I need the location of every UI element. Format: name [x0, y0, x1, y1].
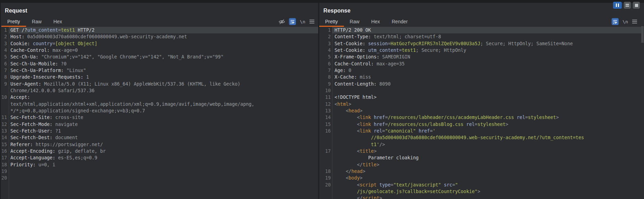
word-wrap-icon[interactable]: [289, 18, 296, 25]
menu-icon[interactable]: [632, 19, 637, 24]
line-number: 13: [1, 128, 7, 134]
code-row[interactable]: 13Sec-Fetch-User: ?1: [1, 128, 318, 134]
response-panel: Response Pretty Raw Hex Render \n: [319, 3, 644, 199]
response-tab-hex[interactable]: Hex: [365, 17, 386, 27]
code-row[interactable]: 17 <title>: [319, 148, 644, 154]
code-row[interactable]: 20 <script type="text/javascript" src=": [319, 182, 644, 188]
burp-repeater-view: Request Pretty Raw Hex: [0, 0, 644, 199]
code-row[interactable]: 7Sec-Ch-Ua-Platform: "Linux": [1, 67, 318, 74]
code-text: Sec-Fetch-User: ?1: [10, 128, 61, 134]
line-number: 20: [1, 175, 7, 181]
code-row[interactable]: 6Sec-Ch-Ua-Mobile: ?0: [1, 61, 318, 67]
code-text: X-Frame-Options: SAMEORIGIN: [335, 54, 410, 60]
layout-single-button[interactable]: [633, 2, 640, 9]
line-number: 11: [1, 114, 7, 121]
code-row[interactable]: Chrome/142.0.0.0 Safari/537.36: [1, 87, 318, 94]
code-text: Content-Type: text/html; charset=utf-8: [335, 33, 441, 40]
response-editor[interactable]: 1HTTP/2 200 OK2Content-Type: text/html; …: [319, 27, 644, 199]
code-row[interactable]: 10: [319, 87, 644, 94]
line-number: 19: [1, 168, 7, 175]
code-row[interactable]: 12Sec-Fetch-Mode: navigate: [1, 121, 318, 128]
code-row[interactable]: /js/geolocate.js?callback=setCountryCook…: [319, 188, 644, 195]
code-row[interactable]: 5X-Frame-Options: SAMEORIGIN: [319, 54, 644, 60]
code-row[interactable]: 1GET /?utm_content=test1 HTTP/2: [1, 27, 318, 33]
code-row[interactable]: 9User-Agent: Mozilla/5.0 (X11; Linux x86…: [1, 81, 318, 87]
request-toolbar: \n: [279, 17, 315, 26]
code-row[interactable]: 9Content-Length: 8090: [319, 81, 644, 87]
request-tab-pretty[interactable]: Pretty: [1, 17, 26, 27]
code-row[interactable]: 6Cache-Control: max-age=35: [319, 61, 644, 67]
request-editor[interactable]: 1GET /?utm_content=test1 HTTP/22Host: 0a…: [1, 27, 318, 199]
code-row[interactable]: 3Cookie: country=[object Object]: [1, 40, 318, 47]
code-row[interactable]: 14Sec-Fetch-Dest: document: [1, 134, 318, 141]
code-row[interactable]: </title>: [319, 161, 644, 168]
request-panel: Request Pretty Raw Hex: [1, 3, 318, 199]
code-row[interactable]: 16 <link rel="canonical" href=': [319, 128, 644, 134]
code-row[interactable]: 10Accept:: [1, 94, 318, 101]
code-row[interactable]: 18 </head>: [319, 168, 644, 175]
code-row[interactable]: 19 <body>: [319, 175, 644, 181]
code-row[interactable]: 7Age: 0: [319, 67, 644, 74]
code-row[interactable]: Parameter cloaking: [319, 154, 644, 161]
line-number: 7: [319, 67, 331, 74]
code-row[interactable]: text/html,application/xhtml+xml,applicat…: [1, 101, 318, 108]
code-row[interactable]: 14 <link href=/resources/labheader/css/a…: [319, 114, 644, 121]
code-row[interactable]: 19: [1, 168, 318, 175]
code-row[interactable]: 15 <link href=/resources/css/labsBlog.cs…: [319, 121, 644, 128]
code-row[interactable]: 4Cache-Control: max-age=0: [1, 47, 318, 54]
line-number: 9: [319, 81, 331, 87]
newline-icon[interactable]: \n: [300, 19, 305, 24]
response-scrollbar[interactable]: [641, 26, 644, 43]
response-tabbar: Pretty Raw Hex Render: [319, 17, 413, 27]
word-wrap-icon[interactable]: [612, 18, 619, 25]
code-row[interactable]: t1'/>: [319, 141, 644, 148]
code-row[interactable]: 13 <head>: [319, 108, 644, 114]
code-row[interactable]: //0a5d004003d70a6080cdef0600800049.web-s…: [319, 134, 644, 141]
line-number: 3: [319, 40, 331, 47]
line-number: 2: [1, 33, 7, 40]
response-tab-render[interactable]: Render: [386, 17, 414, 27]
line-number: 20: [319, 182, 331, 188]
code-text: GET /?utm_content=test1 HTTP/2: [10, 27, 95, 33]
newline-icon[interactable]: \n: [622, 19, 628, 24]
request-tab-hex[interactable]: Hex: [48, 17, 68, 27]
code-row[interactable]: 11<!DOCTYPE html>: [319, 94, 644, 101]
code-text: </title>: [335, 161, 379, 168]
code-text: t1'/>: [335, 141, 385, 148]
code-row[interactable]: 12<html>: [319, 101, 644, 108]
code-row[interactable]: */*;q=0.8,application/signed-exchange;v=…: [1, 108, 318, 114]
code-text: <link href=/resources/css/labsBlog.css r…: [335, 121, 508, 128]
eye-off-icon[interactable]: [279, 18, 285, 25]
code-row[interactable]: 3Set-Cookie: session=HatGozfvpcRIFRS7nlZ…: [319, 40, 644, 47]
code-row[interactable]: 1HTTP/2 200 OK: [319, 27, 644, 33]
response-tab-raw[interactable]: Raw: [344, 17, 365, 27]
line-number: 11: [319, 94, 331, 101]
code-row[interactable]: 8X-Cache: miss: [319, 74, 644, 80]
code-row[interactable]: 8Upgrade-Insecure-Requests: 1: [1, 74, 318, 80]
code-row[interactable]: 20: [1, 175, 318, 181]
code-text: Sec-Ch-Ua: "Chromium";v="142", "Google C…: [10, 54, 224, 60]
response-tab-pretty[interactable]: Pretty: [319, 17, 344, 27]
code-text: Age: 0: [335, 67, 351, 74]
code-row[interactable]: 2Host: 0a5d004003d70a6080cdef0600800049.…: [1, 33, 318, 40]
code-text: <script type="text/javascript" src=": [335, 182, 458, 188]
code-text: Accept-Language: es-ES,es;q=0.9: [10, 154, 97, 161]
code-row[interactable]: </script>: [319, 195, 644, 199]
code-row[interactable]: 16Accept-Encoding: gzip, deflate, br: [1, 148, 318, 154]
layout-columns-button[interactable]: [613, 2, 622, 9]
line-number: 3: [1, 40, 7, 47]
code-row[interactable]: 15Referer: https://portswigger.net/: [1, 141, 318, 148]
line-number: 16: [1, 148, 7, 154]
line-number: 6: [319, 61, 331, 67]
code-row[interactable]: 5Sec-Ch-Ua: "Chromium";v="142", "Google …: [1, 54, 318, 60]
request-tab-raw[interactable]: Raw: [26, 17, 48, 27]
code-row[interactable]: 18Priority: u=0, i: [1, 161, 318, 168]
code-text: Set-Cookie: session=HatGozfvpcRIFRS7nlZQ…: [335, 40, 573, 47]
code-row[interactable]: 4Set-Cookie: utm_content=test1; Secure; …: [319, 47, 644, 54]
code-row[interactable]: 11Sec-Fetch-Site: cross-site: [1, 114, 318, 121]
code-row[interactable]: 17Accept-Language: es-ES,es;q=0.9: [1, 154, 318, 161]
code-row[interactable]: 2Content-Type: text/html; charset=utf-8: [319, 33, 644, 40]
code-text: Cookie: country=[object Object]: [10, 40, 97, 47]
menu-icon[interactable]: [309, 19, 315, 24]
layout-rows-button[interactable]: [624, 2, 631, 9]
